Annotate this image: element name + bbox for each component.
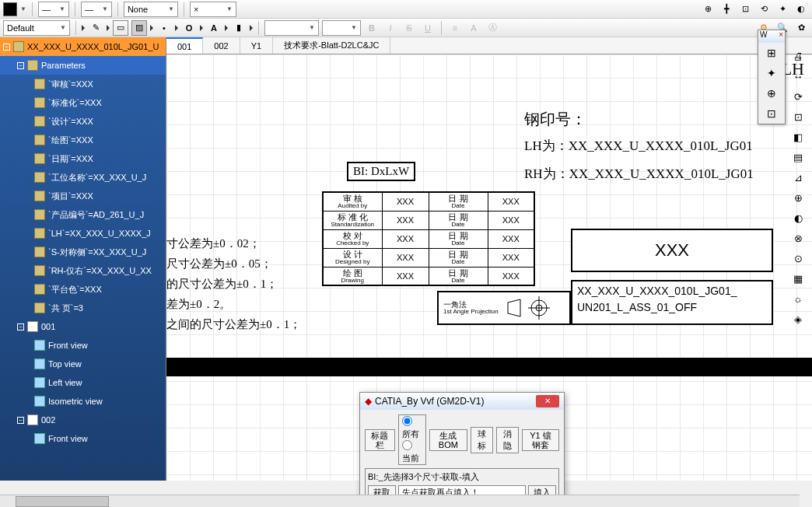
tree-param[interactable]: `产品编号`=AD_261_U_J	[0, 205, 166, 224]
tree-view[interactable]: Left view	[0, 373, 166, 392]
tb-icon[interactable]: ↔	[789, 67, 807, 86]
close-button[interactable]: ✕	[536, 395, 559, 407]
tool-icon[interactable]: ⊕	[700, 2, 716, 17]
dot-icon[interactable]: •	[156, 20, 172, 36]
tab-tech[interactable]: 技术要求-Blatt-D2LC&JC	[273, 37, 390, 54]
tool-icon[interactable]: ⟲	[756, 2, 772, 17]
tool-icon[interactable]: ✦	[775, 2, 790, 17]
italic-icon[interactable]: I	[383, 20, 398, 36]
tree-param[interactable]: `设计`=XXX	[0, 112, 166, 131]
panel-icon[interactable]: ⊕	[758, 83, 785, 103]
point-combo[interactable]: ×▼	[190, 2, 236, 17]
tree-view[interactable]: Isometric view	[0, 392, 166, 411]
tree-param[interactable]: `审核`=XXX	[0, 75, 166, 93]
spec-tree[interactable]: −XX_XXX_U_XXXX_010L_JG01_U −Parameters `…	[0, 37, 166, 481]
dropdown-arrow-icon[interactable]: ▼	[20, 5, 26, 12]
bold-icon[interactable]: B	[364, 20, 380, 36]
text-icon[interactable]: A	[206, 20, 222, 36]
font-combo[interactable]: ▼	[264, 20, 319, 36]
circle-icon[interactable]: O	[181, 20, 197, 36]
tb-icon[interactable]: ◈	[789, 309, 807, 328]
tb-icon[interactable]: ◐	[789, 208, 807, 227]
tb-icon[interactable]: ⊗	[789, 229, 807, 247]
align-left-icon[interactable]: ≡	[447, 20, 463, 36]
tree-root[interactable]: −XX_XXX_U_XXXX_010L_JG01_U	[0, 37, 166, 56]
tool-icon[interactable]: ⊡	[737, 2, 753, 17]
tree-view[interactable]: Front view	[0, 336, 166, 355]
align-top-icon[interactable]: A	[466, 20, 481, 36]
hatched-icon[interactable]: ▨	[131, 20, 147, 36]
black-band	[166, 358, 812, 376]
catia-dialog[interactable]: ◆ CATIA_By Vvf (GM2D-V1) ✕ 标题 栏 所有 当前 生成…	[359, 392, 565, 507]
balloon-button[interactable]: 球标	[471, 427, 493, 453]
hide-button[interactable]: 消隐	[496, 427, 519, 453]
expand-icon[interactable]	[150, 25, 153, 31]
underline-icon[interactable]: U	[420, 20, 436, 36]
horizontal-scrollbar[interactable]	[0, 495, 800, 507]
tb-icon[interactable]: ⟳	[789, 87, 807, 106]
tab-y1[interactable]: Y1	[240, 37, 273, 54]
tb-icon[interactable]: ▦	[789, 269, 807, 288]
tree-param[interactable]: `工位名称`=XX_XXX_U_J	[0, 168, 166, 187]
pencil-icon[interactable]: ✎	[88, 20, 103, 36]
tree-param[interactable]: `日期`=XXX	[0, 149, 166, 168]
tab-002[interactable]: 002	[203, 37, 240, 54]
size-combo[interactable]: ▼	[322, 20, 361, 36]
tb-icon[interactable]: ⊡	[789, 107, 807, 126]
expand-icon[interactable]	[107, 25, 110, 31]
tree-param[interactable]: `共 页`=3	[0, 299, 166, 317]
tree-param[interactable]: `S-对称侧`=XX_XXX_U_J	[0, 243, 166, 261]
tree-param[interactable]: `标准化`=XXX	[0, 93, 166, 112]
tb-icon[interactable]: ⊙	[789, 249, 807, 267]
tree-view[interactable]: Front view	[0, 429, 166, 448]
lh-text: LH为：XX_XXX_U_XXXX_010L_JG01	[524, 137, 753, 155]
strike-icon[interactable]: S	[401, 20, 417, 36]
tb-icon[interactable]: ⊿	[789, 168, 807, 187]
title-block-button[interactable]: 标题 栏	[365, 429, 395, 451]
settings-icon[interactable]: ✿	[793, 20, 809, 36]
style-combo[interactable]: None▼	[124, 2, 178, 17]
tree-param[interactable]: `平台色`=XXX	[0, 280, 166, 299]
weight-combo[interactable]: —▼	[38, 2, 69, 17]
title-block: 审 核Audited byXXX日 期DateXXX标 准 化Standardi…	[322, 191, 535, 286]
radio-current[interactable]: 当前	[402, 442, 419, 463]
close-icon[interactable]: ×	[779, 30, 783, 43]
tab-001[interactable]: 001	[166, 37, 203, 54]
tb-icon[interactable]: ◧	[789, 128, 807, 146]
tb-icon[interactable]: 🖨	[789, 47, 807, 65]
tool-icon[interactable]: ◐	[793, 2, 809, 17]
y1-button[interactable]: Y1 镶钢套	[522, 429, 559, 451]
radio-all[interactable]: 所有	[402, 418, 419, 439]
tool-icon[interactable]: ╋	[719, 2, 734, 17]
nav-icon[interactable]: ▮	[231, 20, 247, 36]
tree-sheet[interactable]: −001	[0, 317, 166, 336]
projection-box: 一角法1st Angle Projection	[437, 291, 571, 325]
tree-param[interactable]: `绘图`=XXX	[0, 131, 166, 149]
tree-param[interactable]: `LH`=XX_XXX_U_XXXX_J	[0, 224, 166, 243]
frame-icon[interactable]: Ⓐ	[485, 20, 500, 36]
tree-param[interactable]: `项目`=XXX	[0, 187, 166, 205]
expand-icon[interactable]	[175, 25, 178, 31]
project-name: XXX	[571, 229, 773, 272]
expand-icon[interactable]	[250, 25, 253, 31]
panel-icon[interactable]: ⊞	[758, 43, 785, 63]
tb-icon[interactable]: ⊕	[789, 188, 807, 207]
tree-parameters[interactable]: −Parameters	[0, 56, 166, 75]
layer-combo[interactable]: Default▼	[3, 20, 70, 36]
tree-sheet[interactable]: −002	[0, 411, 166, 429]
expand-icon[interactable]	[82, 25, 85, 31]
bom-button[interactable]: 生成 BOM	[429, 429, 467, 451]
workspace-panel[interactable]: W× ⊞ ✦ ⊕ ⊡	[758, 30, 786, 124]
tb-icon[interactable]: ▤	[789, 148, 807, 166]
panel-icon[interactable]: ✦	[758, 63, 785, 83]
linetype-combo[interactable]: —▼	[81, 2, 112, 17]
expand-icon[interactable]	[225, 25, 228, 31]
panel-icon[interactable]: ⊡	[758, 103, 785, 124]
tree-param[interactable]: `RH-仅右`=XX_XXX_U_XX	[0, 261, 166, 280]
color-swatch[interactable]	[3, 2, 17, 16]
rect-icon[interactable]: ▭	[113, 20, 128, 36]
tree-view[interactable]: Top view	[0, 355, 166, 373]
expand-icon[interactable]	[200, 25, 203, 31]
dialog-titlebar[interactable]: ◆ CATIA_By Vvf (GM2D-V1) ✕	[360, 393, 564, 410]
tb-icon[interactable]: ☼	[789, 289, 807, 308]
